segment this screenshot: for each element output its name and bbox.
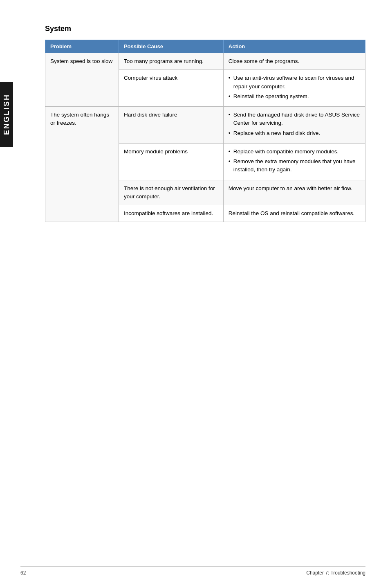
- action-bullet: Use an anti-virus software to scan for v…: [229, 74, 360, 91]
- action-bullet: Replace with a new hard disk drive.: [229, 129, 360, 137]
- problem-cell: System speed is too slow: [45, 53, 119, 107]
- action-cell: Close some of the programs.: [223, 53, 365, 70]
- action-bullet: Send the damaged hard disk drive to ASUS…: [229, 111, 360, 128]
- action-cell: Move your computer to an area with bette…: [223, 180, 365, 205]
- header-possible-cause: Possible Cause: [119, 40, 223, 53]
- table-header-row: Problem Possible Cause Action: [45, 40, 365, 53]
- action-cell: Replace with compatible memory modules.R…: [223, 143, 365, 180]
- action-bullet: Remove the extra memory modules that you…: [229, 157, 360, 174]
- cause-cell: Hard disk drive failure: [119, 107, 223, 144]
- cause-cell: Incompatible softwares are installed.: [119, 205, 223, 222]
- footer: 62 Chapter 7: Troubleshooting: [20, 566, 365, 576]
- cause-cell: Computer virus attack: [119, 70, 223, 107]
- cause-cell: Too many programs are running.: [119, 53, 223, 70]
- action-bullet: Reinstall the operating system.: [229, 92, 360, 101]
- header-problem: Problem: [45, 40, 119, 53]
- action-cell: Reinstall the OS and reinstall compatibl…: [223, 205, 365, 222]
- footer-chapter-label: Chapter 7: Troubleshooting: [306, 570, 365, 576]
- table-row: System speed is too slowToo many program…: [45, 53, 365, 70]
- problem-cell: The system often hangs or freezes.: [45, 107, 119, 222]
- action-cell: Send the damaged hard disk drive to ASUS…: [223, 107, 365, 144]
- main-content: System Problem Possible Cause Action Sys…: [20, 0, 390, 255]
- cause-cell: There is not enough air ventilation for …: [119, 180, 223, 205]
- table-row: The system often hangs or freezes.Hard d…: [45, 107, 365, 144]
- action-cell: Use an anti-virus software to scan for v…: [223, 70, 365, 107]
- side-tab: ENGLISH: [0, 82, 13, 147]
- section-title: System: [45, 25, 365, 33]
- cause-cell: Memory module problems: [119, 143, 223, 180]
- side-tab-label: ENGLISH: [2, 94, 11, 135]
- trouble-table: Problem Possible Cause Action System spe…: [45, 40, 365, 222]
- action-bullet: Replace with compatible memory modules.: [229, 148, 360, 156]
- header-action: Action: [223, 40, 365, 53]
- footer-page-number: 62: [20, 570, 26, 576]
